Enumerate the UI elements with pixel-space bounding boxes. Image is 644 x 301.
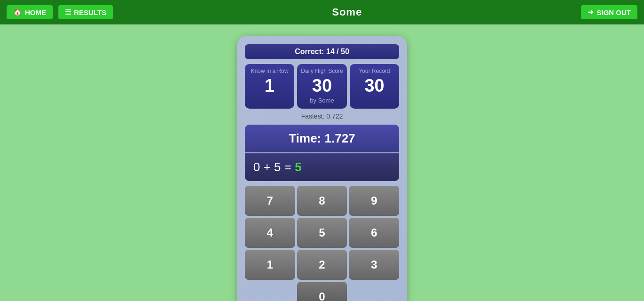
record-box: Your Record 30 [350, 64, 399, 109]
main-content: Correct: 14 / 50 Know in a Row 1 Daily H… [0, 24, 644, 301]
correct-display: Correct: 14 / 50 [295, 48, 349, 55]
home-icon: 🏠 [13, 8, 22, 16]
numpad-4[interactable]: 4 [245, 218, 295, 248]
daily-high-by: by Some [299, 97, 345, 104]
results-button[interactable]: ☰ RESULTS [57, 4, 114, 20]
game-card: Correct: 14 / 50 Know in a Row 1 Daily H… [237, 36, 407, 301]
time-display: Time: 1.727 [289, 131, 355, 145]
equation-display: 0 + 5 = 5 [253, 160, 302, 174]
signout-label: SIGN OUT [596, 8, 631, 16]
know-in-row-label: Know in a Row [247, 68, 292, 74]
know-in-row-box: Know in a Row 1 [245, 64, 294, 109]
numpad-0[interactable]: 0 [297, 282, 347, 301]
daily-high-box: Daily High Score 30 by Some [297, 64, 346, 109]
daily-high-value: 30 [299, 76, 345, 96]
equation-text: 0 + 5 = [253, 160, 291, 174]
equation-bar: 0 + 5 = 5 [245, 153, 399, 181]
numpad-8[interactable]: 8 [297, 186, 347, 216]
numpad-3[interactable]: 3 [349, 250, 399, 280]
signout-button[interactable]: ➜ SIGN OUT [580, 4, 638, 20]
fastest-display: Fastest: 0.722 [245, 112, 399, 120]
topbar-left: 🏠 HOME ☰ RESULTS [6, 4, 114, 20]
numpad: 7 8 9 4 5 6 1 2 3 0 [245, 186, 399, 301]
record-label: Your Record [352, 68, 397, 74]
stats-row: Know in a Row 1 Daily High Score 30 by S… [245, 64, 399, 109]
correct-bar: Correct: 14 / 50 [245, 44, 399, 59]
home-label: HOME [25, 8, 46, 16]
record-value: 30 [352, 76, 397, 96]
results-label: RESULTS [74, 8, 106, 16]
signout-icon: ➜ [588, 8, 594, 16]
results-icon: ☰ [65, 8, 71, 16]
equation-answer: 5 [295, 160, 301, 174]
numpad-9[interactable]: 9 [349, 186, 399, 216]
numpad-5[interactable]: 5 [297, 218, 347, 248]
numpad-7[interactable]: 7 [245, 186, 295, 216]
numpad-2[interactable]: 2 [297, 250, 347, 280]
time-bar: Time: 1.727 [245, 125, 399, 152]
numpad-1[interactable]: 1 [245, 250, 295, 280]
home-button[interactable]: 🏠 HOME [6, 4, 54, 20]
page-title: Some [332, 6, 362, 18]
know-in-row-value: 1 [247, 76, 292, 96]
daily-high-label: Daily High Score [299, 68, 345, 74]
topbar: 🏠 HOME ☰ RESULTS Some ➜ SIGN OUT [0, 0, 644, 24]
numpad-6[interactable]: 6 [349, 218, 399, 248]
